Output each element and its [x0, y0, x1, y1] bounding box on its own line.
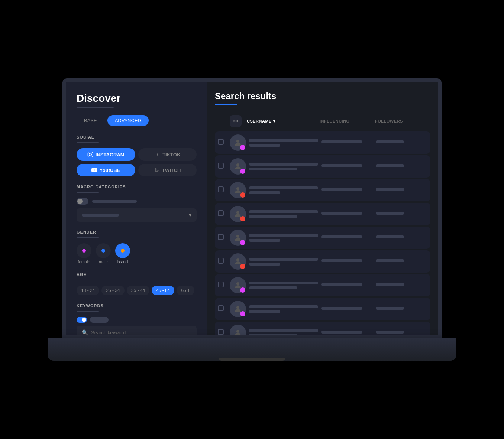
- gender-dot-brand: [115, 243, 130, 258]
- table-row[interactable]: [215, 298, 430, 320]
- row-followers: [376, 283, 427, 287]
- tab-advanced[interactable]: ADVANCED: [107, 115, 149, 126]
- age-btn-25-34[interactable]: 25 - 34: [101, 286, 124, 295]
- row-checkbox[interactable]: [218, 234, 227, 241]
- followers-bar: [376, 259, 404, 262]
- table-row[interactable]: [215, 250, 430, 273]
- brand-dot-inner: [121, 249, 125, 253]
- age-options: 18 - 24 25 - 34 35 - 44 45 - 64 65 +: [77, 286, 197, 295]
- info-bar-name: [249, 139, 318, 142]
- row-avatar: [230, 158, 246, 175]
- gender-section: GENDER female mal: [77, 230, 197, 264]
- gender-option-female[interactable]: female: [77, 243, 91, 264]
- gender-option-brand[interactable]: brand: [115, 243, 130, 264]
- th-influencing: INFLUENCING: [320, 119, 372, 123]
- row-checkbox[interactable]: [218, 139, 227, 146]
- macro-categories-title: MACRO CATEGORIES: [77, 185, 197, 189]
- row-checkbox[interactable]: [218, 282, 227, 289]
- link-icon[interactable]: [230, 115, 242, 127]
- table-row[interactable]: [215, 274, 430, 296]
- row-checkbox[interactable]: [218, 210, 227, 218]
- info-bar-name: [249, 186, 318, 189]
- row-info: [249, 210, 318, 218]
- table-row[interactable]: [215, 227, 430, 249]
- info-bar-name: [249, 234, 318, 237]
- avatar-dot: [240, 216, 245, 221]
- influencing-bar: [321, 235, 362, 238]
- row-checkbox[interactable]: [218, 186, 227, 194]
- macro-toggle[interactable]: [77, 198, 88, 205]
- svg-point-2: [91, 153, 92, 153]
- info-bar-sub: [249, 286, 297, 289]
- table-row[interactable]: [215, 322, 430, 335]
- age-underline: [77, 280, 99, 280]
- row-avatar: [230, 134, 246, 151]
- info-bar-name: [249, 282, 318, 284]
- macro-underline: [77, 192, 99, 193]
- row-info: [249, 234, 318, 242]
- dropdown-placeholder: [82, 214, 119, 217]
- keyword-search-box[interactable]: 🔍: [77, 326, 197, 335]
- row-info: [249, 282, 318, 289]
- results-underline: [215, 104, 237, 105]
- row-info: [249, 305, 318, 313]
- age-btn-65-plus[interactable]: 65 +: [177, 286, 194, 295]
- th-username[interactable]: USERNAME ▾: [247, 119, 317, 124]
- keywords-toggle-bar[interactable]: [90, 317, 109, 323]
- macro-dropdown[interactable]: ▾: [77, 208, 197, 222]
- info-bar-name: [249, 329, 318, 332]
- gender-option-male[interactable]: male: [96, 243, 111, 264]
- search-input[interactable]: [91, 330, 191, 335]
- row-checkbox[interactable]: [218, 329, 227, 335]
- social-btn-youtube[interactable]: YoutUBE: [77, 164, 135, 176]
- row-checkbox[interactable]: [218, 305, 227, 313]
- row-info: [249, 163, 318, 170]
- row-avatar: [230, 253, 246, 270]
- chevron-down-icon: ▾: [189, 212, 191, 218]
- age-btn-18-24[interactable]: 18 - 24: [77, 286, 99, 295]
- row-checkbox[interactable]: [218, 163, 227, 170]
- gender-label-female: female: [78, 260, 90, 264]
- table-row[interactable]: [215, 131, 430, 154]
- table-row[interactable]: [215, 203, 430, 225]
- social-btn-instagram[interactable]: INSTAGRAM: [77, 148, 135, 161]
- twitch-label: TWITCH: [162, 168, 181, 173]
- youtube-icon: [91, 167, 97, 173]
- macro-categories-section: MACRO CATEGORIES ▾: [77, 185, 197, 222]
- followers-bar: [376, 283, 404, 286]
- avatar-dot: [240, 192, 245, 198]
- title-underline: [77, 107, 114, 108]
- info-bar-name: [249, 163, 318, 166]
- gender-label-brand: brand: [117, 260, 128, 264]
- social-btn-tiktok[interactable]: ♪ TIKTOK: [138, 148, 197, 161]
- male-dot-inner: [101, 249, 105, 253]
- female-dot-inner: [82, 249, 86, 253]
- age-btn-35-44[interactable]: 35 - 44: [127, 286, 149, 295]
- row-avatar: [230, 230, 246, 246]
- keywords-section-title: KEYWORDS: [77, 303, 197, 308]
- info-bar-name: [249, 305, 318, 308]
- row-influencing: [321, 259, 373, 264]
- svg-point-1: [89, 153, 92, 156]
- table-row[interactable]: [215, 179, 430, 201]
- tab-base[interactable]: BASE: [77, 115, 104, 126]
- gender-dot-female: [77, 243, 91, 258]
- influencing-bar: [321, 331, 362, 334]
- gender-dot-male: [96, 243, 111, 258]
- tiktok-icon: ♪: [154, 152, 160, 157]
- row-influencing: [321, 307, 373, 311]
- table-row[interactable]: [215, 155, 430, 178]
- influencing-bar: [321, 259, 362, 262]
- info-bar-sub: [249, 215, 297, 218]
- row-followers: [376, 140, 427, 145]
- info-bar-sub: [249, 334, 297, 335]
- table-header: USERNAME ▾ INFLUENCING FOLLOWERS: [215, 112, 430, 130]
- age-btn-45-64[interactable]: 45 - 64: [152, 286, 174, 295]
- followers-bar: [376, 307, 404, 310]
- gender-label-male: male: [99, 260, 108, 264]
- social-btn-twitch[interactable]: TWITCH: [138, 164, 197, 176]
- keywords-toggle-on[interactable]: [77, 317, 87, 323]
- social-buttons-grid: INSTAGRAM ♪ TIKTOK YoutUBE: [77, 148, 197, 176]
- row-checkbox[interactable]: [218, 258, 227, 265]
- row-avatar: [230, 182, 246, 198]
